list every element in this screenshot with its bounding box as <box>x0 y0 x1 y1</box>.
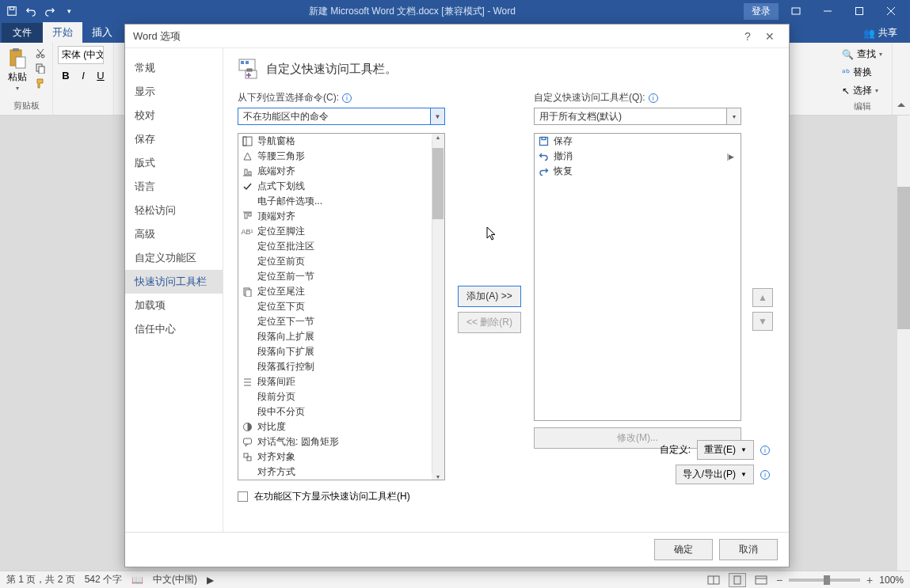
vertical-scrollbar[interactable] <box>897 116 910 571</box>
command-item[interactable]: 定位至前页 <box>238 254 444 269</box>
command-item[interactable]: 底端对齐 <box>238 164 444 179</box>
nav-item-11[interactable]: 信任中心 <box>125 317 223 341</box>
ok-button[interactable]: 确定 <box>654 539 713 560</box>
zoom-slider[interactable] <box>789 579 860 582</box>
command-item[interactable]: AB¹定位至脚注 <box>238 224 444 239</box>
command-item[interactable]: 段中不分页 <box>238 404 444 419</box>
scroll-down-icon[interactable]: ▼ <box>432 473 444 480</box>
font-name-input[interactable]: 宋体 (中文 <box>58 46 104 64</box>
show-below-checkbox[interactable] <box>238 491 248 502</box>
macro-icon[interactable]: ▶ <box>207 575 214 586</box>
redo-icon[interactable] <box>41 2 59 20</box>
spellcheck-icon[interactable]: 📖 <box>131 575 143 586</box>
command-item[interactable]: 对比度▶ <box>238 419 444 434</box>
command-item[interactable]: 对话气泡: 圆角矩形 <box>238 434 444 450</box>
underline-button[interactable]: U <box>93 67 109 83</box>
cut-icon[interactable] <box>33 46 48 60</box>
qat-list[interactable]: 保存撤消|▶恢复 <box>534 133 741 421</box>
replace-button[interactable]: ᵃᵇ替换 <box>837 64 887 81</box>
paste-button[interactable]: 粘贴 ▾ <box>5 46 30 93</box>
select-button[interactable]: ↖选择▾ <box>837 82 887 99</box>
nav-item-10[interactable]: 加载项 <box>125 294 223 317</box>
maximize-icon[interactable] <box>845 0 874 22</box>
qat-item[interactable]: 保存 <box>535 134 741 149</box>
zoom-level[interactable]: 100% <box>879 575 904 586</box>
undo-icon[interactable] <box>22 2 40 20</box>
print-layout-icon[interactable] <box>729 573 746 587</box>
cancel-button[interactable]: 取消 <box>719 539 778 560</box>
command-item[interactable]: 点式下划线 <box>238 179 444 194</box>
collapse-ribbon-icon[interactable] <box>896 101 907 112</box>
nav-item-3[interactable]: 保存 <box>125 127 223 151</box>
minimize-icon[interactable] <box>813 0 842 22</box>
command-item[interactable]: 对齐对象▶ <box>238 450 444 465</box>
login-button[interactable]: 登录 <box>744 3 779 20</box>
command-item[interactable]: 段落间距▶ <box>238 374 444 389</box>
tab-file[interactable]: 文件 <box>2 23 43 43</box>
qat-item[interactable]: 撤消|▶ <box>535 149 741 164</box>
nav-item-7[interactable]: 高级 <box>125 222 223 246</box>
tab-insert[interactable]: 插入 <box>82 22 122 43</box>
info-icon[interactable]: i <box>760 470 770 480</box>
command-item[interactable]: 段落向上扩展 <box>238 329 444 344</box>
qat-scope-combo[interactable]: 用于所有文档(默认) ▾ <box>534 108 741 125</box>
command-item[interactable]: 等腰三角形 <box>238 149 444 164</box>
command-item[interactable]: 段落向下扩展 <box>238 344 444 359</box>
list-scrollbar[interactable]: ▲ ▼ <box>432 134 444 480</box>
command-icon <box>242 332 253 343</box>
command-item[interactable]: 电子邮件选项... <box>238 194 444 209</box>
reset-button[interactable]: 重置(E)▼ <box>697 440 754 460</box>
info-icon[interactable]: i <box>760 446 770 455</box>
qat-item[interactable]: 恢复 <box>535 164 741 179</box>
chevron-down-icon: ▼ <box>430 108 444 124</box>
command-item[interactable]: 定位至尾注 <box>238 284 444 299</box>
nav-item-8[interactable]: 自定义功能区 <box>125 246 223 270</box>
command-item[interactable]: 导航窗格 <box>238 134 444 149</box>
add-button[interactable]: 添加(A) >> <box>458 286 521 307</box>
scroll-up-icon[interactable]: ▲ <box>432 134 444 140</box>
zoom-out-icon[interactable]: − <box>776 574 782 586</box>
command-item[interactable]: 段前分页 <box>238 389 444 404</box>
commands-source-combo[interactable]: 不在功能区中的命令 ▼ <box>238 108 445 125</box>
help-icon[interactable]: ? <box>737 25 759 47</box>
save-icon[interactable] <box>3 2 21 20</box>
command-item[interactable]: 顶端对齐 <box>238 209 444 224</box>
bold-button[interactable]: B <box>58 67 74 83</box>
web-layout-icon[interactable] <box>752 573 770 587</box>
command-item[interactable]: 定位至下页 <box>238 299 444 314</box>
nav-item-2[interactable]: 校对 <box>125 104 223 127</box>
command-item[interactable]: 定位至前一节 <box>238 269 444 284</box>
copy-icon[interactable] <box>33 61 48 75</box>
command-item[interactable]: 对齐方式▶ <box>238 465 444 480</box>
info-icon[interactable]: i <box>342 93 352 103</box>
share-button[interactable]: 👥共享 <box>852 23 908 43</box>
info-icon[interactable]: i <box>649 93 658 103</box>
tab-home[interactable]: 开始 <box>43 22 82 43</box>
italic-button[interactable]: I <box>75 67 91 83</box>
nav-item-0[interactable]: 常规 <box>125 56 223 80</box>
nav-item-1[interactable]: 显示 <box>125 80 223 104</box>
nav-item-6[interactable]: 轻松访问 <box>125 199 223 222</box>
format-painter-icon[interactable] <box>33 76 48 90</box>
list-scrollbar-thumb[interactable] <box>432 148 444 219</box>
scrollbar-thumb[interactable] <box>897 187 910 329</box>
nav-item-9[interactable]: 快速访问工具栏 <box>125 270 223 294</box>
nav-item-5[interactable]: 语言 <box>125 175 223 199</box>
command-item[interactable]: 定位至批注区 <box>238 239 444 254</box>
word-count[interactable]: 542 个字 <box>85 573 122 586</box>
command-item[interactable]: 段落孤行控制 <box>238 359 444 374</box>
language-indicator[interactable]: 中文(中国) <box>153 573 197 586</box>
read-mode-icon[interactable] <box>705 573 722 587</box>
import-export-button[interactable]: 导入/导出(P)▼ <box>676 465 754 484</box>
qat-dropdown-icon[interactable]: ▾ <box>60 2 78 20</box>
close-icon[interactable] <box>877 0 905 22</box>
dialog-close-icon[interactable]: ✕ <box>759 25 781 47</box>
find-button[interactable]: 🔍查找▾ <box>837 46 887 63</box>
page-indicator[interactable]: 第 1 页，共 2 页 <box>6 573 75 586</box>
commands-list[interactable]: 导航窗格等腰三角形底端对齐点式下划线电子邮件选项...顶端对齐AB¹定位至脚注定… <box>238 133 445 480</box>
nav-item-4[interactable]: 版式 <box>125 151 223 175</box>
ribbon-display-icon[interactable] <box>782 0 810 22</box>
zoom-in-icon[interactable]: + <box>866 574 873 586</box>
command-item[interactable]: 定位至下一节 <box>238 314 444 329</box>
zoom-slider-thumb[interactable] <box>824 575 830 585</box>
